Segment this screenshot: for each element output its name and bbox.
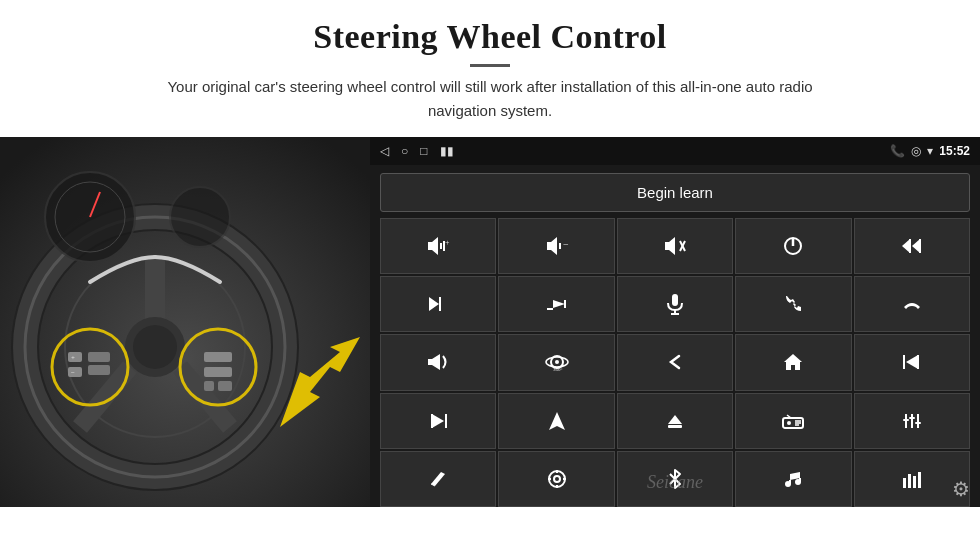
prev-track-right-button[interactable] — [854, 218, 970, 274]
svg-rect-15 — [88, 365, 110, 375]
vol-down-button[interactable]: − — [498, 218, 614, 274]
title-divider — [470, 64, 510, 67]
svg-marker-28 — [428, 237, 438, 255]
radio-button[interactable] — [735, 393, 851, 449]
power-button[interactable] — [735, 218, 851, 274]
controls-grid: + − — [370, 218, 980, 507]
location-status-icon: ◎ — [911, 144, 921, 158]
mute-button[interactable] — [617, 218, 733, 274]
skip-back-button[interactable] — [854, 334, 970, 390]
navigate-button[interactable] — [498, 393, 614, 449]
page-title: Steering Wheel Control — [40, 18, 940, 56]
svg-point-79 — [549, 471, 565, 487]
home-nav-icon[interactable]: ○ — [401, 144, 408, 158]
edit-button[interactable] — [380, 451, 496, 507]
eject-button[interactable] — [617, 393, 733, 449]
svg-text:−: − — [563, 239, 569, 250]
svg-rect-89 — [903, 478, 906, 488]
svg-rect-22 — [204, 381, 214, 391]
svg-rect-91 — [913, 476, 916, 488]
settings-gear-icon[interactable]: ⚙ — [952, 477, 970, 501]
equalizer-button[interactable] — [854, 393, 970, 449]
bluetooth-button[interactable] — [617, 451, 733, 507]
svg-rect-92 — [918, 472, 921, 488]
svg-text:360°: 360° — [553, 367, 563, 372]
svg-marker-40 — [902, 239, 910, 253]
back-nav-icon[interactable]: ◁ — [380, 144, 389, 158]
svg-text:−: − — [71, 369, 75, 377]
home-button[interactable] — [735, 334, 851, 390]
subtitle-text: Your original car's steering wheel contr… — [140, 75, 840, 123]
svg-rect-20 — [204, 367, 232, 377]
svg-point-68 — [787, 421, 791, 425]
svg-point-54 — [555, 360, 559, 364]
mic-button[interactable] — [617, 276, 733, 332]
phone-status-icon: 📞 — [890, 144, 905, 158]
svg-marker-62 — [432, 414, 444, 428]
content-area: + − — [0, 137, 980, 507]
status-bar-right: 📞 ◎ ▾ 15:52 — [890, 144, 970, 158]
svg-text:+: + — [445, 238, 450, 247]
wifi-status-icon: ▾ — [927, 144, 933, 158]
svg-rect-49 — [672, 294, 678, 306]
svg-rect-77 — [915, 422, 921, 424]
svg-rect-19 — [204, 352, 232, 362]
begin-learn-button[interactable]: Begin learn — [380, 173, 970, 212]
fast-forward-button[interactable] — [498, 276, 614, 332]
call-button[interactable] — [735, 276, 851, 332]
time-display: 15:52 — [939, 144, 970, 158]
svg-marker-64 — [549, 412, 565, 430]
target-button[interactable] — [498, 451, 614, 507]
camera-360-button[interactable]: 360° — [498, 334, 614, 390]
vol-up-button[interactable]: + — [380, 218, 496, 274]
svg-marker-52 — [428, 354, 440, 370]
svg-point-26 — [170, 187, 230, 247]
skip-forward-button[interactable] — [380, 276, 496, 332]
head-unit: ◁ ○ □ ▮▮ 📞 ◎ ▾ 15:52 Begin learn — [370, 137, 980, 507]
signal-bars-icon: ▮▮ — [440, 144, 454, 158]
svg-rect-73 — [903, 419, 909, 421]
horn-button[interactable] — [380, 334, 496, 390]
svg-point-80 — [554, 476, 560, 482]
recent-nav-icon[interactable]: □ — [420, 144, 427, 158]
music-button[interactable] — [735, 451, 851, 507]
svg-marker-35 — [665, 237, 675, 255]
svg-text:+: + — [71, 354, 75, 362]
svg-rect-90 — [908, 474, 911, 488]
status-bar-left: ◁ ○ □ ▮▮ — [380, 144, 454, 158]
svg-rect-66 — [668, 425, 682, 428]
status-bar: ◁ ○ □ ▮▮ 📞 ◎ ▾ 15:52 — [370, 137, 980, 165]
svg-marker-32 — [547, 237, 557, 255]
svg-marker-57 — [784, 354, 802, 370]
svg-marker-59 — [906, 355, 918, 369]
steering-wheel-image: + − — [0, 137, 370, 507]
skip-next-button[interactable] — [380, 393, 496, 449]
svg-marker-65 — [668, 415, 682, 424]
svg-point-10 — [133, 325, 177, 369]
svg-rect-21 — [218, 381, 232, 391]
hang-up-button[interactable] — [854, 276, 970, 332]
svg-rect-14 — [88, 352, 110, 362]
svg-rect-75 — [909, 417, 915, 419]
back-button[interactable] — [617, 334, 733, 390]
page-wrapper: Steering Wheel Control Your original car… — [0, 0, 980, 548]
svg-marker-44 — [429, 297, 439, 311]
svg-marker-42 — [912, 239, 920, 253]
begin-learn-row: Begin learn — [370, 165, 980, 218]
svg-marker-47 — [553, 300, 565, 308]
title-section: Steering Wheel Control Your original car… — [0, 18, 980, 137]
